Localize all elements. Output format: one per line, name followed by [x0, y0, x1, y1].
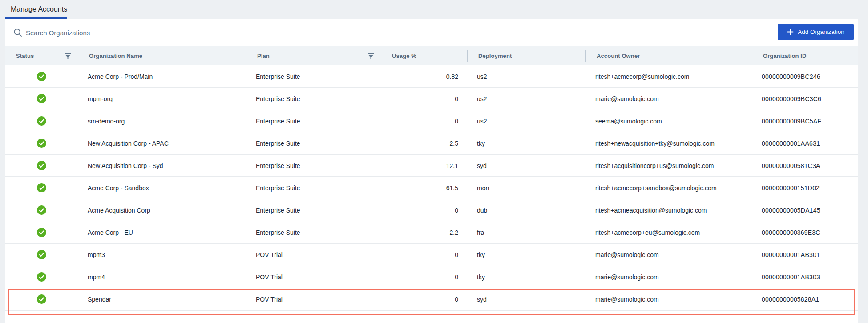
status-filter-icon[interactable]	[65, 53, 71, 60]
status-active-icon	[37, 228, 46, 237]
table-row[interactable]: Acme Corp - EUEnterprise Suite2.2frarite…	[5, 221, 858, 244]
organization-name-cell: Acme Corp - Sandbox	[78, 177, 246, 199]
table-header: Status Organization Name Plan Usage % De…	[5, 46, 858, 65]
account-owner-cell: marie@sumologic.com	[585, 244, 752, 266]
plan-filter-icon[interactable]	[367, 53, 374, 60]
status-active-icon	[37, 250, 46, 259]
usage-percent-cell: 0	[381, 288, 467, 310]
usage-percent-cell: 0	[381, 199, 467, 221]
status-active-icon	[37, 72, 46, 81]
status-cell	[5, 244, 78, 266]
status-cell	[5, 65, 78, 87]
status-active-icon	[37, 183, 46, 192]
deployment-cell: tky	[467, 132, 585, 154]
tab-label: Manage Accounts	[11, 5, 67, 13]
organization-id-cell: 00000000009BC3C6	[752, 88, 858, 110]
organization-id-cell: 00000000009BC5AF	[752, 110, 858, 132]
status-active-icon	[37, 272, 46, 282]
column-header-deployment: Deployment	[467, 50, 585, 62]
plan-cell: Enterprise Suite	[246, 199, 381, 221]
organization-name-cell: Spendar	[78, 288, 246, 310]
deployment-cell: mon	[467, 177, 585, 199]
usage-percent-cell: 2.5	[381, 132, 467, 154]
plan-cell: Enterprise Suite	[246, 177, 381, 199]
table-row[interactable]: mpm-orgEnterprise Suite0us2marie@sumolog…	[5, 88, 858, 110]
account-owner-cell: marie@sumologic.com	[585, 288, 752, 310]
organization-name-cell: mpm3	[78, 244, 246, 266]
status-cell	[5, 155, 78, 176]
usage-percent-cell: 12.1	[381, 155, 467, 176]
table-row[interactable]: Acme Corp - SandboxEnterprise Suite61.5m…	[5, 177, 858, 199]
organization-name-cell: New Acquisition Corp - APAC	[78, 132, 246, 154]
usage-percent-cell: 0	[381, 244, 467, 266]
organization-id-cell: 00000000005828A1	[752, 288, 858, 310]
column-header-organization-name: Organization Name	[78, 50, 246, 62]
plan-cell: POV Trial	[246, 244, 381, 266]
plan-cell: POV Trial	[246, 288, 381, 310]
deployment-cell: dub	[467, 199, 585, 221]
status-cell	[5, 288, 78, 310]
status-cell	[5, 88, 78, 110]
table-row[interactable]: mpm3POV Trial0tkymarie@sumologic.com0000…	[5, 244, 858, 266]
status-active-icon	[37, 94, 46, 103]
organization-name-cell: Acme Acquisition Corp	[78, 199, 246, 221]
add-organization-label: Add Organization	[798, 29, 844, 35]
account-owner-cell: marie@sumologic.com	[585, 88, 752, 110]
account-owner-cell: ritesh+acmecorp@sumologic.com	[585, 65, 752, 87]
organization-id-cell: 00000000005DA145	[752, 199, 858, 221]
scrollbar-gutter-divider	[853, 65, 853, 323]
table-body: Acme Corp - Prod/MainEnterprise Suite0.8…	[5, 65, 858, 323]
status-cell	[5, 110, 78, 132]
table-row[interactable]: Acme Corp - Prod/MainEnterprise Suite0.8…	[5, 65, 858, 88]
account-owner-cell: ritesh+newacquisition+tky@sumologic.com	[585, 132, 752, 154]
organization-id-cell: 0000000000369E3C	[752, 221, 858, 243]
organization-id-cell: 00000000009BC246	[752, 65, 858, 87]
account-owner-cell: marie@sumologic.com	[585, 266, 752, 288]
organization-name-cell: mpm4	[78, 266, 246, 288]
table-row[interactable]: sm-demo-orgEnterprise Suite0us2seema@sum…	[5, 110, 858, 132]
table-row[interactable]: mpm4POV Trial0tkymarie@sumologic.com0000…	[5, 266, 858, 288]
manage-accounts-panel: Add Organization Status Organization Nam…	[5, 19, 858, 323]
usage-percent-cell: 0	[381, 266, 467, 288]
table-row[interactable]: New Acquisition Corp - APACEnterprise Su…	[5, 132, 858, 155]
table-row[interactable]: SpendarPOV Trial0sydmarie@sumologic.com0…	[5, 288, 858, 311]
organization-id-cell: 0000000000581C3A	[752, 155, 858, 176]
deployment-cell: fra	[467, 221, 585, 243]
column-header-plan: Plan	[246, 50, 381, 62]
search-input[interactable]	[26, 24, 582, 41]
usage-percent-cell: 0	[381, 88, 467, 110]
table-row[interactable]: Acme Acquisition CorpEnterprise Suite0du…	[5, 199, 858, 221]
status-active-icon	[37, 205, 46, 215]
search-toolbar: Add Organization	[5, 19, 858, 47]
organization-name-cell: sm-demo-org	[78, 110, 246, 132]
column-header-status: Status	[5, 50, 78, 62]
plan-cell: Enterprise Suite	[246, 88, 381, 110]
usage-percent-cell: 0	[381, 110, 467, 132]
tab-manage-accounts[interactable]: Manage Accounts	[5, 0, 73, 19]
deployment-cell: us2	[467, 88, 585, 110]
usage-percent-cell: 2.2	[381, 221, 467, 243]
column-header-account-owner: Account Owner	[585, 50, 752, 62]
deployment-cell: us2	[467, 65, 585, 87]
status-cell	[5, 266, 78, 288]
status-cell	[5, 132, 78, 154]
plan-cell: Enterprise Suite	[246, 65, 381, 87]
column-header-usage: Usage %	[381, 50, 467, 62]
search-icon	[13, 28, 22, 37]
organization-name-cell: Acme Corp - EU	[78, 221, 246, 243]
status-active-icon	[37, 294, 46, 304]
status-active-icon	[37, 116, 46, 126]
deployment-cell: syd	[467, 155, 585, 176]
organization-name-cell: mpm-org	[78, 88, 246, 110]
status-cell	[5, 177, 78, 199]
plan-cell: POV Trial	[246, 266, 381, 288]
plus-icon	[787, 29, 794, 35]
add-organization-button[interactable]: Add Organization	[778, 24, 854, 40]
table-row[interactable]: New Acquisition Corp - SydEnterprise Sui…	[5, 155, 858, 177]
usage-percent-cell: 0.82	[381, 65, 467, 87]
deployment-cell: syd	[467, 288, 585, 310]
account-owner-cell: ritesh+acmecorp+sandbox@sumologic.com	[585, 177, 752, 199]
plan-cell: Enterprise Suite	[246, 110, 381, 132]
status-active-icon	[37, 161, 46, 170]
organization-id-cell: 0000000000151D02	[752, 177, 858, 199]
